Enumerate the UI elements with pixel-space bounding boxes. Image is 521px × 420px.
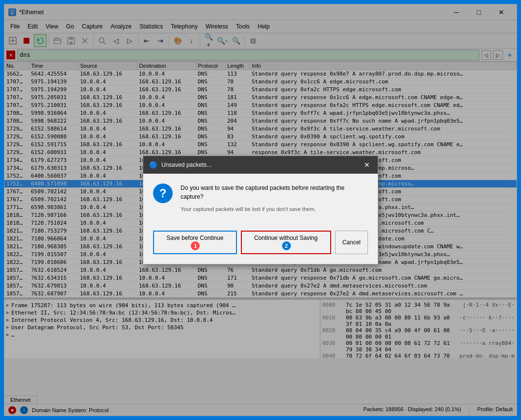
save-before-continue-button[interactable]: Save before Continue 1 (153, 231, 237, 254)
dialog-overlay: 🔵 Unsaved packets... ✕ ? Do you want to … (4, 4, 517, 416)
badge-2: 2 (282, 241, 291, 250)
dialog-title-icon: 🔵 (149, 161, 157, 169)
unsaved-dialog: 🔵 Unsaved packets... ✕ ? Do you want to … (143, 156, 378, 265)
badge-1: 1 (191, 241, 200, 250)
dialog-title-left: 🔵 Unsaved packets... (149, 161, 211, 169)
dialog-body: ? Do you want to save the captured packe… (143, 174, 378, 227)
dialog-question-icon: ? (153, 184, 173, 203)
dialog-buttons: Save before Continue 1 Continue without … (143, 227, 378, 264)
dialog-question: Do you want to save the captured packets… (181, 184, 368, 201)
dialog-title-bar: 🔵 Unsaved packets... ✕ (143, 156, 378, 174)
dialog-title-text: Unsaved packets... (161, 161, 211, 168)
dialog-subtext: Your captured packets will be lost if yo… (181, 205, 368, 213)
main-window: *Ethernet ─ □ ✕ File Edit View Go Captur… (4, 4, 517, 416)
dialog-text: Do you want to save the captured packets… (181, 184, 368, 217)
cancel-button[interactable]: Cancel (335, 231, 368, 254)
continue-without-saving-button[interactable]: Continue without Saving 2 (241, 231, 331, 254)
dialog-close-button[interactable]: ✕ (362, 160, 372, 170)
